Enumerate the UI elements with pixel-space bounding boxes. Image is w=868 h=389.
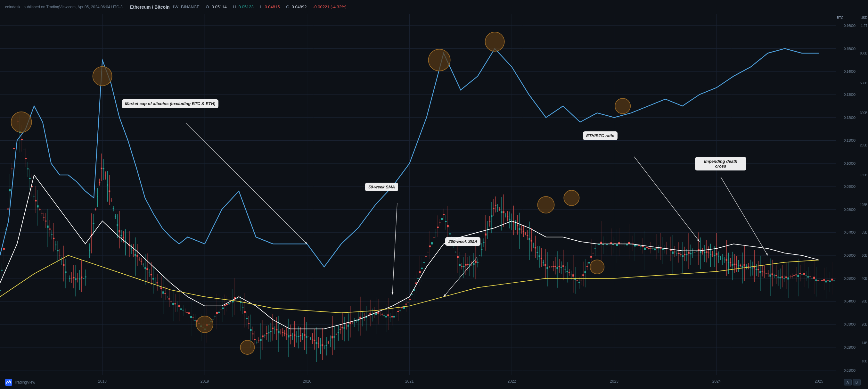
usd-price-label: 60B xyxy=(862,254,867,257)
btc-price-label: 0.05000 xyxy=(844,276,856,280)
year-label-2019: 2019 xyxy=(200,379,209,384)
usd-axis-label: USD xyxy=(861,16,867,20)
usd-price-label: 185B xyxy=(860,173,867,177)
btc-price-label: 0.16000 xyxy=(844,24,856,27)
btc-price-label: 0.03000 xyxy=(844,323,856,326)
tradingview-logo: TradingView xyxy=(5,379,35,386)
btc-price-label: 0.13000 xyxy=(844,93,856,96)
usd-price-label: 85B xyxy=(862,231,867,234)
trading-pair: Ethereum / Bitcoin xyxy=(130,4,170,10)
btc-price-label: 0.01000 xyxy=(844,368,856,372)
usd-price-label: 10B xyxy=(862,359,867,363)
exchange-label: BINANCE xyxy=(181,4,199,9)
usd-price-label: 800B xyxy=(860,51,867,55)
year-label-2018: 2018 xyxy=(98,379,107,384)
usd-price-label: 14B xyxy=(862,341,867,345)
ab-buttons[interactable]: A B xyxy=(836,375,868,389)
year-label-2025: 2025 xyxy=(814,379,823,384)
usd-price-label: 1.2T xyxy=(861,24,867,27)
usd-price-label: 40B xyxy=(862,276,867,280)
btc-price-label: 0.07000 xyxy=(844,231,856,234)
high-value: 0.05123 xyxy=(239,4,254,9)
open-label: O xyxy=(206,4,209,9)
interval-label: 1W xyxy=(172,4,179,9)
bottom-axis: 20182019202020212022202320242025 xyxy=(0,375,836,389)
btc-price-label: 0.09000 xyxy=(844,185,856,188)
price-chart xyxy=(0,14,836,375)
high-label: H xyxy=(233,4,236,9)
year-label-2022: 2022 xyxy=(508,379,516,384)
usd-axis: 1.2T800B550B390B265B185B125B85B60B40B28B… xyxy=(857,14,868,375)
low-value: 0.04815 xyxy=(265,4,280,9)
btc-price-label: 0.02000 xyxy=(844,346,856,349)
btc-price-label: 0.14000 xyxy=(844,70,856,73)
tv-label: TradingView xyxy=(14,380,35,385)
btc-price-label: 0.08000 xyxy=(844,208,856,211)
btc-axis-label: BTC xyxy=(837,16,843,20)
close-value: 0.04892 xyxy=(292,4,307,9)
chart-area[interactable] xyxy=(0,14,836,375)
usd-price-label: 20B xyxy=(862,323,867,326)
b-button[interactable]: B xyxy=(853,379,861,386)
year-label-2021: 2021 xyxy=(405,379,414,384)
usd-price-label: 550B xyxy=(860,81,867,85)
year-label-2020: 2020 xyxy=(303,379,311,384)
year-label-2023: 2023 xyxy=(610,379,619,384)
close-label: C xyxy=(286,4,289,9)
usd-price-label: 28B xyxy=(862,300,867,303)
change-value: -0.00221 (-4.32%) xyxy=(313,4,346,9)
low-label: L xyxy=(260,4,262,9)
btc-price-label: 0.15000 xyxy=(844,47,856,50)
tv-icon xyxy=(5,379,12,386)
usd-price-label: 390B xyxy=(860,111,867,115)
usd-price-label: 265B xyxy=(860,143,867,147)
a-button[interactable]: A xyxy=(844,379,852,386)
btc-price-label: 0.10000 xyxy=(844,162,856,165)
btc-axis: 0.160000.150000.140000.130000.120000.110… xyxy=(836,14,857,375)
btc-price-label: 0.12000 xyxy=(844,116,856,119)
chart-header: coindesk_ published on TradingView.com, … xyxy=(0,0,868,14)
year-label-2024: 2024 xyxy=(712,379,721,384)
btc-price-label: 0.06000 xyxy=(844,254,856,257)
btc-price-label: 0.04000 xyxy=(844,300,856,303)
btc-price-label: 0.11000 xyxy=(844,139,856,142)
usd-price-label: 125B xyxy=(860,203,867,207)
open-value: 0.05114 xyxy=(212,4,227,9)
publisher-info: coindesk_ published on TradingView.com, … xyxy=(5,5,123,9)
right-axis: 0.160000.150000.140000.130000.120000.110… xyxy=(836,14,868,375)
